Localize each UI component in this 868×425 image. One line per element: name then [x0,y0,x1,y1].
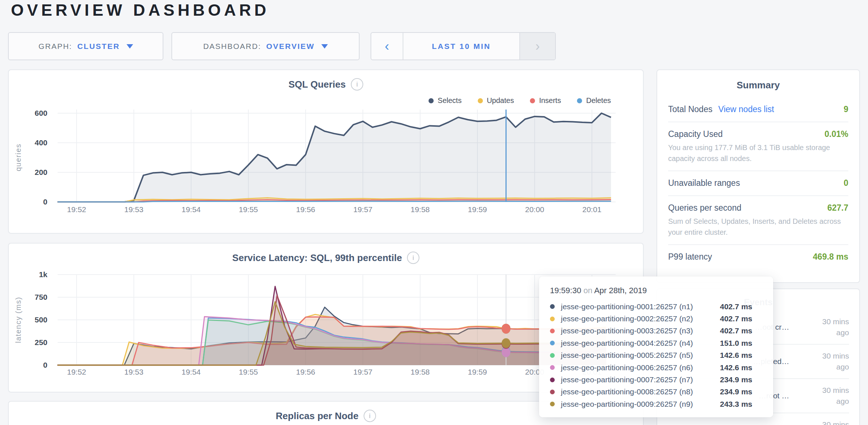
tooltip-row: jesse-geo-partitioning-0003:26257 (n3)40… [550,325,762,337]
chart-legend: SelectsUpdatesInsertsDeletes [429,96,611,105]
tooltip-row: jesse-geo-partitioning-0006:26257 (n6)14… [550,361,762,374]
queries-per-second-label: Queries per second [668,203,741,213]
queries-per-second-value: 627.7 [827,203,848,213]
latency-value: 234.9 ms [720,375,762,384]
total-nodes-label: Total NodesView nodes list [668,104,774,114]
capacity-used-row: Capacity Used 0.01% [668,122,848,141]
sql-queries-title: SQL Queries [288,79,346,90]
time-range-selector: ‹ LAST 10 MIN › [371,32,556,60]
chevron-right-icon: › [535,39,540,54]
node-name: jesse-geo-partitioning-0004:26257 (n4) [561,339,720,348]
chart-title: Service Latency: SQL, 99th percentile i [9,252,643,264]
time-prev-button[interactable]: ‹ [371,33,403,60]
legend-label: Updates [487,96,514,105]
tooltip-timestamp: 19:59:30 on Apr 28th, 2019 [550,286,762,295]
event-time: 30 mins ago [808,351,849,373]
legend-dot-icon [429,98,434,103]
legend-label: Inserts [539,96,561,105]
view-nodes-list-link[interactable]: View nodes list [718,104,774,114]
p99-latency-value: 469.8 ms [813,252,848,262]
series-dot-icon [550,402,555,406]
node-name: jesse-geo-partitioning-0008:26257 (n8) [561,387,720,396]
time-range-label: LAST 10 MIN [432,42,491,51]
capacity-used-description: You are using 177.7 MiB of 3.1 TiB usabl… [668,141,848,169]
summary-title: Summary [668,80,848,91]
tooltip-row: jesse-geo-partitioning-0005:26257 (n5)14… [550,349,762,361]
legend-item-deletes[interactable]: Deletes [577,96,611,105]
legend-item-updates[interactable]: Updates [478,96,514,105]
p99-latency-label: P99 latency [668,252,712,262]
node-name: jesse-geo-partitioning-0003:26257 (n3) [561,326,720,335]
dashboard-dropdown[interactable]: DASHBOARD: OVERVIEW [171,32,360,60]
node-name: jesse-geo-partitioning-0007:26257 (n7) [561,375,720,384]
series-dot-icon [550,329,555,333]
total-nodes-row: Total NodesView nodes list 9 [668,97,848,116]
legend-dot-icon [530,98,535,103]
dashboard-dropdown-value: OVERVIEW [266,42,315,51]
latency-value: 142.6 ms [720,351,762,360]
replicas-per-node-title: Replicas per Node [276,410,359,422]
series-dot-icon [550,353,555,358]
unavailable-ranges-value: 0 [844,178,848,188]
queries-per-second-description: Sum of Selects, Updates, Inserts, and De… [668,215,848,243]
event-time: 30 mins ago [808,316,849,338]
latency-value: 151.0 ms [720,339,762,348]
tooltip-date: Apr 28th, 2019 [594,286,647,295]
series-dot-icon [550,317,555,321]
series-dot-icon [550,378,555,382]
legend-label: Selects [438,96,462,105]
chevron-left-icon: ‹ [385,39,389,54]
tooltip-on: on [584,286,592,295]
legend-dot-icon [577,98,582,103]
series-dot-icon [550,341,555,345]
service-latency-title: Service Latency: SQL, 99th percentile [232,252,402,264]
legend-label: Deletes [586,96,611,105]
latency-value: 243.3 ms [720,400,762,409]
tooltip-row: jesse-geo-partitioning-0001:26257 (n1)40… [550,300,762,313]
tooltip-row: jesse-geo-partitioning-0004:26257 (n4)15… [550,337,762,349]
legend-item-selects[interactable]: Selects [429,96,462,105]
chart-title: SQL Queries i [9,78,643,91]
node-name: jesse-geo-partitioning-0005:26257 (n5) [561,351,720,360]
legend-item-inserts[interactable]: Inserts [530,96,561,105]
p99-latency-row: P99 latency 469.8 ms [668,245,848,264]
queries-per-second-row: Queries per second 627.7 [668,196,848,215]
capacity-used-value: 0.01% [825,129,848,139]
tooltip-time: 19:59:30 [550,286,581,295]
node-name: jesse-geo-partitioning-0002:26257 (n2) [561,314,720,323]
graph-dropdown-label: GRAPH: [38,42,72,51]
node-name: jesse-geo-partitioning-0009:26257 (n9) [561,400,720,409]
dashboard-dropdown-label: DASHBOARD: [203,42,261,51]
total-nodes-value: 9 [844,104,848,114]
chart-hover-tooltip: 19:59:30 on Apr 28th, 2019 jesse-geo-par… [539,276,773,417]
tooltip-row: jesse-geo-partitioning-0008:26257 (n8)23… [550,386,762,398]
latency-value: 142.6 ms [720,363,762,372]
info-icon[interactable]: i [364,410,376,422]
graph-dropdown[interactable]: GRAPH: CLUSTER [8,32,163,60]
chevron-down-icon [127,44,133,49]
page-title: OVERVIEW DASHBOARD [11,1,270,20]
node-name: jesse-geo-partitioning-0006:26257 (n6) [561,363,720,372]
info-icon[interactable]: i [407,252,419,264]
capacity-used-label: Capacity Used [668,129,723,139]
unavailable-ranges-row: Unavailable ranges 0 [668,171,848,190]
graph-dropdown-value: CLUSTER [77,42,120,51]
time-range-button[interactable]: LAST 10 MIN [403,33,519,60]
latency-value: 402.7 ms [720,314,762,323]
latency-value: 402.7 ms [720,302,762,311]
info-icon[interactable]: i [351,78,363,91]
chevron-down-icon [321,44,328,49]
series-dot-icon [550,304,555,309]
node-name: jesse-geo-partitioning-0001:26257 (n1) [561,302,720,311]
tooltip-row: jesse-geo-partitioning-0009:26257 (n9)24… [550,398,762,410]
sql-queries-chart-card: SQL Queries i SelectsUpdatesInsertsDelet… [8,69,644,234]
latency-value: 402.7 ms [720,326,762,335]
tooltip-row: jesse-geo-partitioning-0002:26257 (n2)40… [550,313,762,325]
total-nodes-text: Total Nodes [668,104,712,114]
time-next-button[interactable]: › [519,33,555,60]
tooltip-rows: jesse-geo-partitioning-0001:26257 (n1)40… [550,300,762,410]
event-time: 30 mins ago [808,385,849,407]
summary-panel: Summary Total NodesView nodes list 9 Cap… [656,69,860,283]
legend-dot-icon [478,98,483,103]
series-dot-icon [550,390,555,394]
